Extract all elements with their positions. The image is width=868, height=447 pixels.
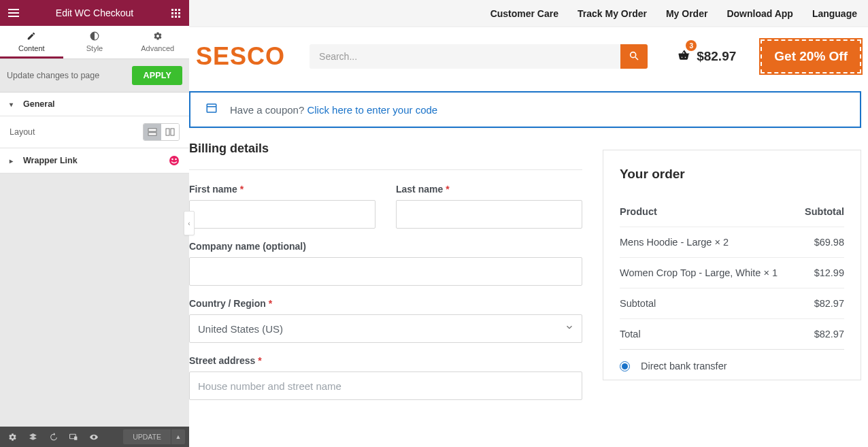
promo-banner[interactable]: Get 20% Off — [761, 39, 861, 73]
cart-summary[interactable]: 3 $82.97 — [676, 48, 736, 65]
country-select[interactable]: United States (US) — [189, 314, 582, 343]
svg-rect-9 — [74, 436, 77, 440]
tab-style[interactable]: Style — [63, 26, 127, 59]
search-button[interactable] — [620, 44, 648, 69]
contrast-icon — [63, 31, 127, 43]
order-subtotal-label: Subtotal — [620, 298, 656, 309]
section-general[interactable]: ▾ General — [0, 93, 189, 116]
billing-section: Billing details First name * Last name *… — [189, 142, 582, 400]
update-button[interactable]: UPDATE — [123, 429, 171, 444]
editor-header: Edit WC Checkout — [0, 0, 189, 26]
svg-rect-1 — [148, 129, 156, 131]
preview-canvas: Customer Care Track My Order My Order Do… — [189, 0, 868, 447]
street-input[interactable] — [189, 371, 582, 400]
update-options-caret[interactable]: ▲ — [171, 429, 185, 444]
order-item-price: $69.98 — [814, 237, 844, 248]
order-item-name: Mens Hoodie - Large × 2 — [620, 237, 729, 248]
layout-control: Layout — [10, 123, 180, 141]
plugin-brand-icon — [169, 155, 180, 166]
coupon-icon — [205, 102, 218, 117]
search-input[interactable] — [310, 44, 620, 69]
last-name-input[interactable] — [396, 200, 582, 229]
editor-title: Edit WC Checkout — [22, 7, 167, 18]
order-total-row: Total $82.97 — [620, 319, 844, 350]
first-name-label: First name — [189, 184, 237, 195]
order-subtotal-value: $82.97 — [814, 298, 844, 309]
topnav-language[interactable]: Language — [812, 8, 857, 19]
payment-radio-bank[interactable] — [620, 361, 630, 371]
section-general-body: Layout — [0, 116, 189, 148]
coupon-text: Have a coupon? Click here to enter your … — [230, 104, 437, 116]
topnav-my-order[interactable]: My Order — [666, 8, 707, 19]
order-item-price: $12.99 — [814, 267, 844, 278]
country-label: Country / Region — [189, 298, 266, 309]
apply-button[interactable]: APPLY — [132, 66, 182, 85]
order-item-row: Mens Hoodie - Large × 2 $69.98 — [620, 227, 844, 258]
company-input[interactable] — [189, 257, 582, 286]
order-head-product: Product — [620, 206, 657, 217]
topnav-track-order[interactable]: Track My Order — [578, 8, 647, 19]
responsive-icon[interactable] — [65, 429, 82, 445]
panel-collapse-handle[interactable]: ‹ — [184, 211, 195, 235]
field-country: Country / Region * United States (US) — [189, 298, 582, 343]
field-first-name: First name * — [189, 184, 375, 229]
svg-rect-12 — [207, 104, 216, 112]
svg-point-5 — [169, 156, 179, 165]
tab-style-label: Style — [86, 44, 103, 52]
order-head-subtotal: Subtotal — [805, 206, 844, 217]
coupon-question: Have a coupon? — [230, 104, 307, 116]
section-general-title: General — [23, 99, 55, 109]
svg-rect-4 — [171, 129, 174, 135]
order-total-label: Total — [620, 329, 641, 340]
search-icon — [629, 50, 639, 63]
tab-content-label: Content — [18, 44, 45, 52]
section-wrapper-link[interactable]: ▸ Wrapper Link — [0, 148, 189, 173]
svg-rect-3 — [166, 129, 169, 135]
street-label: Street address — [189, 355, 255, 366]
apps-grid-icon[interactable] — [167, 5, 184, 21]
tab-content[interactable]: Content — [0, 26, 63, 59]
apply-message: Update changes to page — [7, 71, 99, 80]
editor-bottom-bar: UPDATE ▲ — [0, 427, 189, 447]
svg-point-7 — [175, 159, 177, 161]
field-last-name: Last name * — [396, 184, 582, 229]
payment-option-bank[interactable]: Direct bank transfer — [620, 350, 844, 373]
history-icon[interactable] — [45, 429, 61, 445]
site-logo[interactable]: SESCO — [196, 42, 285, 71]
payment-bank-label: Direct bank transfer — [641, 361, 727, 371]
apply-row: Update changes to page APPLY — [0, 59, 189, 93]
pencil-icon — [0, 31, 63, 43]
layout-label: Layout — [10, 127, 35, 137]
layout-option-stacked[interactable] — [144, 124, 161, 140]
topnav-download-app[interactable]: Download App — [727, 8, 792, 19]
order-summary: Your order Product Subtotal Mens Hoodie … — [603, 150, 861, 380]
required-mark: * — [240, 184, 244, 195]
svg-rect-2 — [148, 133, 156, 135]
coupon-link[interactable]: Click here to enter your code — [307, 104, 437, 116]
gear-icon — [126, 31, 189, 43]
section-wrapper-title: Wrapper Link — [23, 156, 78, 165]
field-street: Street address * — [189, 355, 582, 400]
svg-line-11 — [635, 57, 638, 60]
editor-tabs: Content Style Advanced — [0, 26, 189, 59]
navigator-icon[interactable] — [24, 429, 41, 445]
company-label: Company name (optional) — [189, 241, 306, 252]
first-name-input[interactable] — [189, 200, 375, 229]
settings-icon[interactable] — [4, 429, 20, 445]
tab-advanced[interactable]: Advanced — [126, 26, 189, 59]
required-mark: * — [446, 184, 449, 195]
svg-point-10 — [631, 52, 636, 57]
coupon-notice: Have a coupon? Click here to enter your … — [189, 91, 861, 128]
billing-heading: Billing details — [189, 142, 582, 156]
topnav-customer-care[interactable]: Customer Care — [490, 8, 558, 19]
svg-point-6 — [171, 159, 173, 161]
tab-advanced-label: Advanced — [141, 44, 174, 52]
layout-option-columns[interactable] — [161, 124, 179, 140]
cart-count-badge: 3 — [686, 40, 697, 51]
menu-icon[interactable] — [5, 5, 22, 21]
order-subtotal-row: Subtotal $82.97 — [620, 288, 844, 319]
editor-sidebar: Edit WC Checkout Content Style — [0, 0, 189, 447]
order-item-name: Women Crop Top - Large, White × 1 — [620, 267, 778, 278]
layout-switcher — [143, 123, 180, 141]
preview-icon[interactable] — [86, 429, 102, 445]
